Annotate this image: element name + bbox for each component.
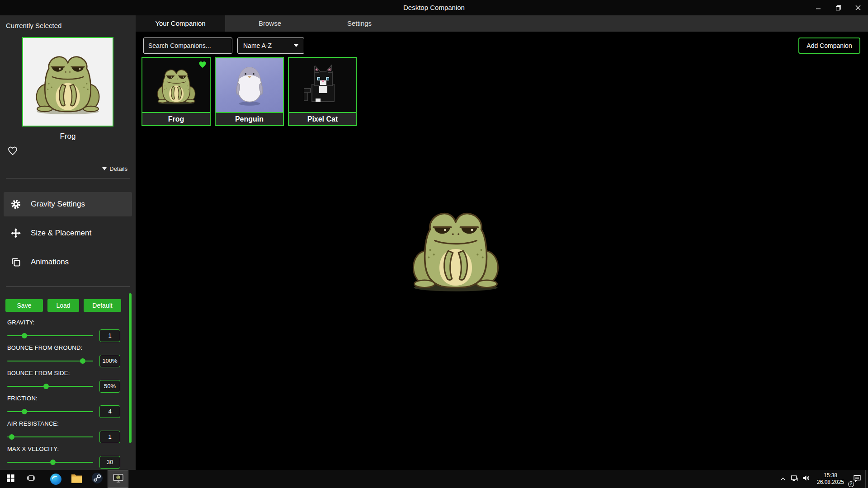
restore-button[interactable] xyxy=(828,0,848,15)
slider-handle[interactable] xyxy=(22,409,27,414)
volume-tray-button[interactable] xyxy=(800,470,812,488)
nav-label: Animations xyxy=(31,258,69,267)
load-button[interactable]: Load xyxy=(47,299,79,312)
physics-settings: GRAVITY: 1 BOUNCE FROM GROUND: 100% BOUN… xyxy=(7,319,136,471)
nav-item-animations[interactable]: Animations xyxy=(4,250,132,274)
minimize-button[interactable] xyxy=(808,0,828,15)
close-button[interactable] xyxy=(848,0,868,15)
file-explorer-button[interactable] xyxy=(66,470,87,488)
heart-outline-icon xyxy=(7,150,18,158)
edge-browser-button[interactable] xyxy=(45,470,66,488)
gravity-value[interactable]: 1 xyxy=(99,329,120,342)
selected-companion-preview xyxy=(22,37,113,127)
gear-icon xyxy=(10,198,22,210)
steam-icon xyxy=(91,472,103,486)
window-title: Desktop Companion xyxy=(0,0,868,15)
your-companion-panel: Name A-Z Add Companion Frog Penguin xyxy=(136,32,868,470)
favorite-heart-icon[interactable] xyxy=(198,60,207,69)
details-expander[interactable]: Details xyxy=(102,165,127,172)
settings-scrollbar[interactable] xyxy=(129,293,132,443)
close-icon xyxy=(855,5,861,10)
slider-handle[interactable] xyxy=(9,434,14,440)
gravity-slider[interactable] xyxy=(7,333,93,339)
bounce-side-setting-row: BOUNCE FROM SIDE: 50% xyxy=(7,370,136,395)
companion-card-pixel-cat[interactable]: Pixel Cat xyxy=(288,57,357,126)
hidden-icons-chevron-icon xyxy=(780,475,786,483)
save-button[interactable]: Save xyxy=(5,299,43,312)
max-x-velocity-slider[interactable] xyxy=(7,459,93,465)
slider-handle[interactable] xyxy=(22,333,27,338)
sidebar-divider xyxy=(6,286,130,287)
frog-image xyxy=(155,63,198,107)
friction-label: FRICTION: xyxy=(7,395,136,402)
tab-settings[interactable]: Settings xyxy=(315,15,404,32)
companion-card-frog[interactable]: Frog xyxy=(142,57,211,126)
slider-handle[interactable] xyxy=(50,460,56,465)
air-resistance-slider[interactable] xyxy=(7,434,93,440)
details-label: Details xyxy=(109,165,127,172)
sidebar-nav: Gravity Settings Size & Placement Animat… xyxy=(4,192,132,279)
bounce-ground-setting-row: BOUNCE FROM GROUND: 100% xyxy=(7,344,136,370)
friction-setting-row: FRICTION: 4 xyxy=(7,395,136,420)
max-x-velocity-value[interactable]: 30 xyxy=(99,456,120,469)
pixel-cat-image xyxy=(301,63,344,107)
start-icon xyxy=(7,474,14,484)
network-tray-button[interactable] xyxy=(788,470,800,488)
desktop-companion-frog[interactable] xyxy=(407,202,505,293)
nav-item-gravity-settings[interactable]: Gravity Settings xyxy=(4,192,132,216)
currently-selected-label: Currently Selected xyxy=(6,22,61,29)
start-button[interactable] xyxy=(0,470,21,488)
slider-handle[interactable] xyxy=(80,358,85,364)
sort-selected-value: Name A-Z xyxy=(243,42,272,49)
air-resistance-value[interactable]: 1 xyxy=(99,431,120,443)
pixel-cat-card-image xyxy=(289,58,356,112)
sidebar: Currently Selected Frog Details Gravity … xyxy=(0,15,136,470)
sidebar-divider xyxy=(6,178,130,178)
add-companion-button[interactable]: Add Companion xyxy=(798,38,860,54)
tab-browse[interactable]: Browse xyxy=(225,15,315,32)
system-tray: 15:38 26.08.2025 2 xyxy=(778,470,868,488)
desktop-companion-app-button[interactable] xyxy=(108,470,128,488)
restore-icon xyxy=(835,5,841,11)
air-resistance-label: AIR RESISTANCE: xyxy=(7,420,136,427)
action-center-button[interactable]: 2 xyxy=(849,470,865,488)
companion-card-penguin[interactable]: Penguin xyxy=(215,57,284,126)
nav-item-size-placement[interactable]: Size & Placement xyxy=(4,221,132,245)
file-explorer-icon xyxy=(71,474,82,485)
show-desktop-button[interactable] xyxy=(865,470,868,488)
edge-icon xyxy=(50,474,61,485)
clock-date: 26.08.2025 xyxy=(812,479,849,486)
main-area: Your Companion Browse Settings Name A-Z … xyxy=(136,15,868,470)
max-x-velocity-label: MAX X VELOCITY: xyxy=(7,446,136,452)
nav-label: Size & Placement xyxy=(31,229,91,238)
bounce-side-value[interactable]: 50% xyxy=(99,380,120,393)
companion-card-name: Pixel Cat xyxy=(289,112,356,125)
sort-dropdown[interactable]: Name A-Z xyxy=(237,38,304,54)
tab-strip: Your Companion Browse Settings xyxy=(136,15,868,32)
tab-your-companion[interactable]: Your Companion xyxy=(136,15,225,32)
clock-time: 15:38 xyxy=(812,472,849,479)
selected-companion-name: Frog xyxy=(0,132,136,141)
hidden-icons-button[interactable] xyxy=(778,470,788,488)
steam-button[interactable] xyxy=(87,470,108,488)
gravity-setting-row: GRAVITY: 1 xyxy=(7,319,136,344)
search-input[interactable] xyxy=(143,38,232,54)
default-button[interactable]: Default xyxy=(84,299,121,312)
minimize-icon xyxy=(816,5,821,10)
preset-buttons: Save Load Default xyxy=(5,299,121,312)
companion-card-name: Frog xyxy=(142,112,210,125)
favorite-heart-button[interactable] xyxy=(7,145,18,156)
taskbar-clock[interactable]: 15:38 26.08.2025 xyxy=(812,472,849,486)
bounce-side-slider[interactable] xyxy=(7,383,93,389)
air-resistance-setting-row: AIR RESISTANCE: 1 xyxy=(7,420,136,446)
bounce-ground-slider[interactable] xyxy=(7,358,93,364)
friction-slider[interactable] xyxy=(7,408,93,415)
task-view-button[interactable] xyxy=(21,470,42,488)
frog-preview-image xyxy=(32,49,104,115)
nav-label: Gravity Settings xyxy=(31,200,85,209)
friction-value[interactable]: 4 xyxy=(99,405,120,418)
chevron-down-icon xyxy=(294,44,298,47)
slider-handle[interactable] xyxy=(43,384,49,389)
bounce-ground-value[interactable]: 100% xyxy=(99,355,120,367)
network-icon xyxy=(791,475,798,483)
